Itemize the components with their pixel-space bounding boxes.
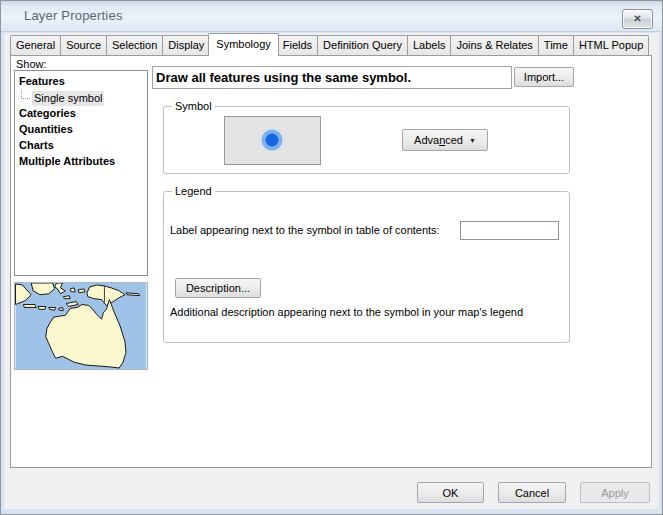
symbol-group-title: Symbol — [172, 99, 215, 113]
ok-button[interactable]: OK — [417, 482, 484, 503]
legend-additional-text: Additional description appearing next to… — [170, 305, 523, 319]
titlebar[interactable]: Layer Properties ✕ — [1, 1, 662, 32]
window-title: Layer Properties — [24, 1, 123, 31]
layer-properties-dialog: Layer Properties ✕ General Source Select… — [0, 0, 663, 515]
import-button[interactable]: Import... — [514, 67, 574, 87]
show-tree: Features Single symbol Categories Quanti… — [14, 70, 148, 276]
tab-symbology[interactable]: Symbology — [208, 33, 278, 56]
advanced-dropdown-button[interactable]: Advanced ▼ — [402, 129, 488, 151]
tab-display[interactable]: Display — [162, 35, 210, 55]
tab-strip: General Source Selection Display Symbolo… — [10, 34, 649, 55]
dialog-body: General Source Selection Display Symbolo… — [4, 33, 659, 509]
tab-definition-query[interactable]: Definition Query — [317, 35, 408, 55]
renderer-description: Draw all features using the same symbol. — [152, 66, 512, 89]
tab-labels[interactable]: Labels — [407, 35, 451, 55]
legend-label-text: Label appearing next to the symbol in ta… — [170, 223, 440, 237]
cancel-button[interactable]: Cancel — [498, 482, 566, 503]
tree-item-charts[interactable]: Charts — [15, 138, 147, 154]
tab-html-popup[interactable]: HTML Popup — [573, 35, 649, 55]
apply-button[interactable]: Apply — [580, 482, 650, 503]
tree-item-categories[interactable]: Categories — [15, 106, 147, 122]
tree-item-multiple-attributes[interactable]: Multiple Attributes — [15, 154, 147, 170]
legend-label-input[interactable] — [460, 221, 559, 240]
legend-group-title: Legend — [172, 184, 215, 198]
tab-source[interactable]: Source — [60, 35, 107, 55]
description-button[interactable]: Description... — [175, 278, 261, 298]
tree-item-single-symbol[interactable]: Single symbol — [15, 90, 147, 106]
legend-groupbox: Legend Label appearing next to the symbo… — [163, 191, 570, 343]
show-label: Show: — [16, 58, 47, 70]
map-thumbnail — [14, 282, 148, 370]
chevron-down-icon: ▼ — [469, 137, 476, 144]
tab-selection[interactable]: Selection — [106, 35, 163, 55]
tree-item-features[interactable]: Features — [15, 74, 147, 90]
symbol-preview-button[interactable] — [224, 116, 321, 165]
tab-joins-relates[interactable]: Joins & Relates — [450, 35, 538, 55]
symbology-tab-page: Show: Features Single symbol Categories … — [10, 55, 652, 468]
tree-connector-icon — [21, 90, 30, 99]
tab-general[interactable]: General — [10, 35, 61, 55]
point-marker-icon — [225, 117, 320, 164]
tab-time[interactable]: Time — [538, 35, 574, 55]
symbol-groupbox: Symbol Advanced ▼ — [163, 106, 570, 174]
close-icon[interactable]: ✕ — [622, 9, 653, 29]
advanced-label: Advanced — [414, 134, 463, 146]
tree-item-quantities[interactable]: Quantities — [15, 122, 147, 138]
tab-fields[interactable]: Fields — [277, 35, 318, 55]
